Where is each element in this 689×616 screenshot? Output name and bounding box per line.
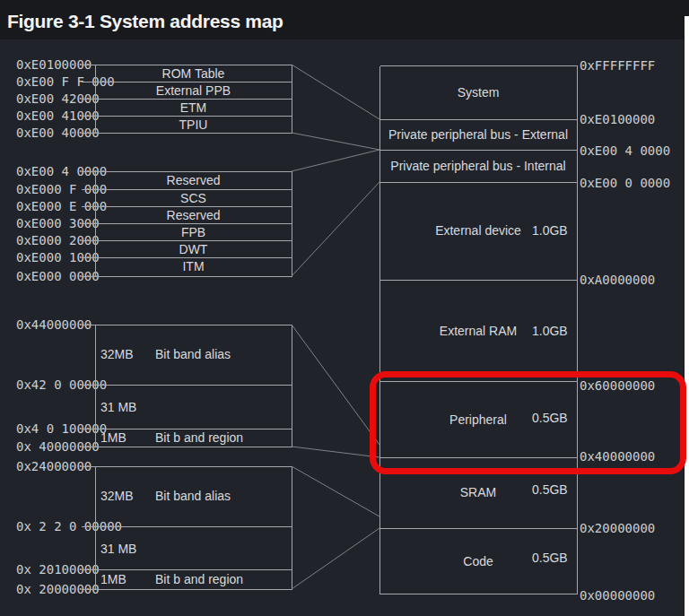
detail-row-label: ITM <box>95 260 292 273</box>
address-label: 0x20000000 <box>580 522 655 534</box>
address-label: 0xE00 42000 <box>16 92 100 105</box>
detail-row-label: ETM <box>95 101 292 114</box>
address-label: 0xE000 2000 <box>16 234 100 247</box>
bitband-size: 1MB <box>100 573 126 586</box>
address-label: 0x 40000000 <box>16 440 100 453</box>
region-size: 1.0GB <box>532 224 568 237</box>
address-label: 0x 2 2 0 00000 <box>16 520 122 533</box>
address-label: 0x00000000 <box>580 589 655 602</box>
bitband-size: 31 MB <box>100 401 136 413</box>
page-edge-strip <box>685 16 689 616</box>
address-label: 0x 20100000 <box>16 563 100 576</box>
address-label: 0xE000 E 000 <box>16 200 107 213</box>
detail-row-label: DWT <box>95 243 292 256</box>
address-label: 0xE000 0000 <box>16 270 100 282</box>
address-label: 0xE0100000 <box>580 113 655 126</box>
bitband-size: 31 MB <box>100 542 136 555</box>
address-label: 0x4 0 100000 <box>16 422 107 435</box>
bitband-size: 32MB <box>100 348 134 360</box>
address-label: 0xE00 40000 <box>16 126 100 139</box>
region-size: 1.0GB <box>532 325 568 337</box>
detail-row-label: FPB <box>95 226 292 239</box>
region-name: System <box>379 86 577 99</box>
address-label: 0x42 0 00000 <box>16 378 107 391</box>
detail-row-label: ROM Table <box>95 67 292 80</box>
address-label: 0xE00 0 0000 <box>580 177 670 189</box>
bitband-label: Bit b and region <box>155 573 243 586</box>
address-label: 0x 20000000 <box>16 583 100 595</box>
region-size: 0.5GB <box>532 483 568 496</box>
detail-row-label: Reserved <box>95 174 292 187</box>
address-label: 0xE000 3000 <box>16 217 100 230</box>
detail-row-label: TPIU <box>95 118 292 131</box>
address-label: 0x24000000 <box>16 460 92 473</box>
address-label: 0xA0000000 <box>580 273 655 286</box>
address-label: 0xE000 1000 <box>16 251 100 264</box>
figure-title: Figure 3-1 System address map <box>7 11 283 32</box>
address-label: 0xFFFFFFFF <box>580 59 655 72</box>
detail-row-label: Reserved <box>95 209 292 221</box>
bitband-label: Bit b and region <box>155 431 243 444</box>
address-label: 0xE00 41000 <box>16 109 100 122</box>
region-name: Private peripheral bus - External <box>379 128 577 141</box>
address-label: 0xE00 4 0000 <box>580 144 670 157</box>
highlight-annotation-box <box>370 371 686 474</box>
address-label: 0xE0100000 <box>16 58 92 71</box>
detail-row-label: External PPB <box>95 84 292 97</box>
bitband-label: Bit band alias <box>155 490 231 502</box>
detail-row-label: SCS <box>95 192 292 204</box>
address-label: 0xE00 4 0000 <box>16 165 107 178</box>
address-label: 0x44000000 <box>16 318 92 331</box>
region-size: 0.5GB <box>532 551 568 564</box>
region-name: Private peripheral bus - Internal <box>379 160 577 172</box>
address-label: 0xE000 F 000 <box>16 183 107 195</box>
bitband-label: Bit band alias <box>155 348 231 360</box>
system-address-map-figure: Figure 3-1 System address map 0xE0100000… <box>0 0 689 616</box>
bitband-size: 1MB <box>100 431 126 444</box>
bitband-size: 32MB <box>100 490 134 502</box>
